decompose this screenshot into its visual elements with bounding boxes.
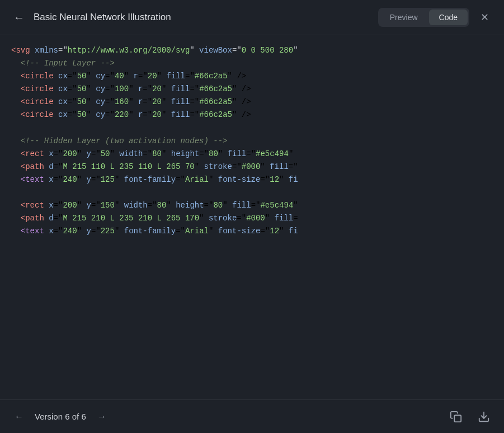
code-line-15: <text x="240" y="225" font-family="Arial… xyxy=(11,225,493,238)
download-icon xyxy=(478,411,490,423)
next-version-button[interactable]: → xyxy=(94,409,110,425)
close-button[interactable]: ✕ xyxy=(476,9,493,26)
page-title: Basic Neural Network Illustration xyxy=(34,12,371,23)
code-line-13: <rect x="200" y="150" width="80" height=… xyxy=(11,199,493,212)
version-label: Version 6 of 6 xyxy=(35,412,86,421)
download-button[interactable] xyxy=(475,408,493,426)
code-line-6: <circle cx="50" cy="220" r="20" fill="#6… xyxy=(11,109,493,121)
code-line-7 xyxy=(11,122,493,135)
code-line-14: <path d="M 215 210 L 235 210 L 265 170" … xyxy=(11,212,493,225)
code-line-8: <!-- Hidden Layer (two activation nodes)… xyxy=(11,135,493,148)
code-line-2: <!-- Input Layer --> xyxy=(11,57,493,70)
footer-actions xyxy=(447,408,493,426)
version-nav: ← Version 6 of 6 → xyxy=(11,409,447,425)
code-line-12 xyxy=(11,186,493,199)
code-line-10: <path d="M 215 110 L 235 110 L 265 70" s… xyxy=(11,161,493,173)
code-line-4: <circle cx="50" cy="100" r="20" fill="#6… xyxy=(11,83,493,96)
code-line-3: <circle cx="50" cy="40" r="20" fill="#66… xyxy=(11,70,493,83)
header: ← Basic Neural Network Illustration Prev… xyxy=(0,0,504,35)
code-editor: <svg xmlns="http://www.w3.org/2000/svg" … xyxy=(0,35,504,399)
copy-button[interactable] xyxy=(447,408,465,426)
code-line-11: <text x="240" y="125" font-family="Arial… xyxy=(11,173,493,186)
code-line-1: <svg xmlns="http://www.w3.org/2000/svg" … xyxy=(11,44,493,57)
copy-icon xyxy=(450,411,462,423)
prev-version-button[interactable]: ← xyxy=(11,409,27,425)
tab-code[interactable]: Code xyxy=(429,10,468,25)
footer: ← Version 6 of 6 → xyxy=(0,399,504,433)
code-line-9: <rect x="200" y="50" width="80" height="… xyxy=(11,148,493,161)
svg-rect-0 xyxy=(454,415,461,422)
back-button[interactable]: ← xyxy=(11,10,27,25)
tab-preview[interactable]: Preview xyxy=(380,10,428,25)
code-line-5: <circle cx="50" cy="160" r="20" fill="#6… xyxy=(11,96,493,109)
view-tabs: Preview Code xyxy=(378,8,469,27)
